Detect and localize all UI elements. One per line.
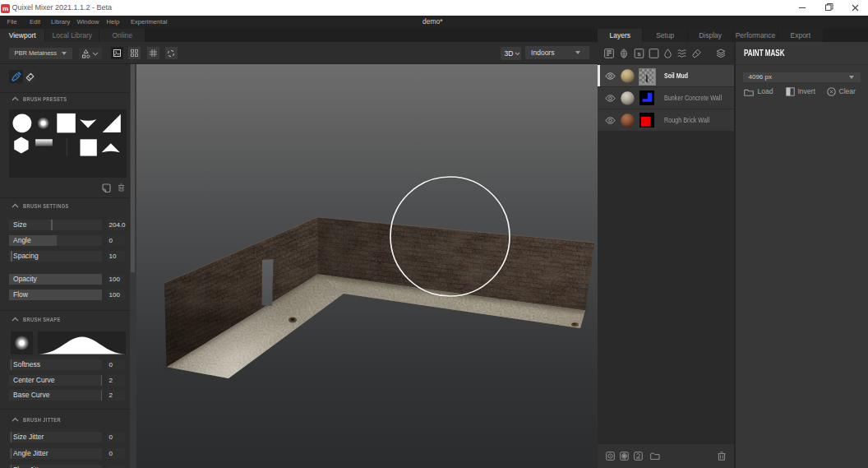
svg-text:s: s — [637, 50, 641, 58]
